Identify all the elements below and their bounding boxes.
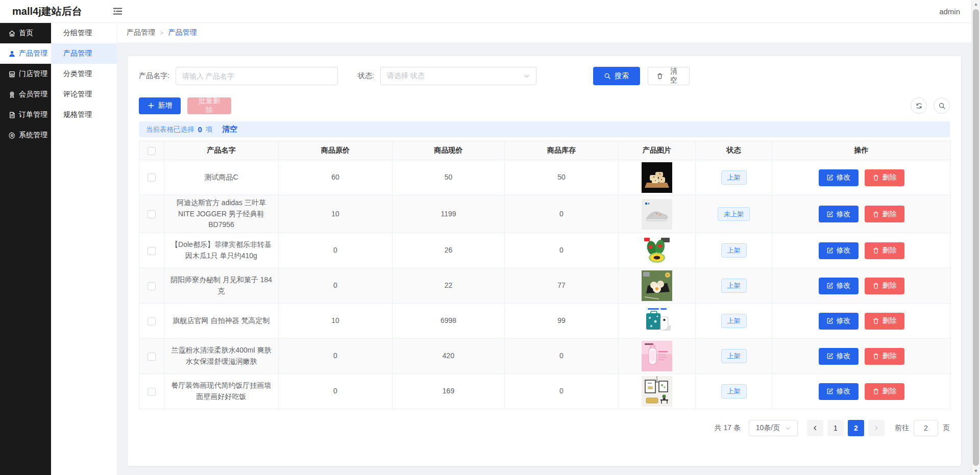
sidebar-item-首页[interactable]: 首页 [0,23,51,43]
row-checkbox[interactable] [148,317,156,326]
delete-button[interactable]: 删除 [865,278,904,294]
store-icon [8,70,16,78]
delete-button-label: 删除 [883,316,897,326]
edit-button[interactable]: 修改 [819,383,859,400]
page-button-2[interactable]: 2 [848,420,864,436]
delete-button[interactable]: 删除 [865,169,904,186]
actions-cell: 修改删除 [772,195,951,233]
status-badge: 上架 [721,170,747,185]
actions-cell: 修改删除 [772,233,951,268]
row-checkbox[interactable] [148,173,156,182]
scroll-up-icon[interactable]: ▲ [972,0,980,8]
page-size-value: 10条/页 [756,423,780,433]
row-checkbox[interactable] [148,388,156,396]
sidebar-item-系统管理[interactable]: 系统管理 [0,125,51,145]
edit-button[interactable]: 修改 [819,242,859,259]
page-size-select[interactable]: 10条/页 [749,420,798,436]
current-price-cell: 1199 [393,195,505,233]
actions-cell: 修改删除 [772,339,951,374]
delete-button[interactable]: 删除 [865,348,904,365]
page-button-1[interactable]: 1 [827,420,844,436]
search-button[interactable]: 搜索 [593,67,640,85]
submenu-item-规格管理[interactable]: 规格管理 [51,105,117,125]
row-checkbox[interactable] [148,247,156,255]
selection-suffix: 项 [206,125,213,134]
column-header-状态: 状态 [696,141,772,160]
batch-delete-button[interactable]: 批量删除 [187,97,231,114]
row-checkbox-cell [139,233,164,268]
selection-clear-link[interactable]: 清空 [222,124,237,134]
product-image [642,199,672,230]
delete-button[interactable]: 删除 [865,242,904,259]
product-name-input[interactable] [176,67,338,85]
product-image-cell [619,160,696,195]
refresh-button[interactable] [911,97,927,114]
status-select[interactable]: 请选择 状态 [380,67,536,85]
breadcrumb-separator-icon: > [160,29,164,37]
menu-fold-icon[interactable] [112,6,123,17]
product-name-cell: 【Dole都乐】菲律宾都乐非转基因木瓜1只 单只约410g [164,233,279,268]
vertical-scrollbar[interactable]: ▲ ▼ [971,0,980,475]
submenu-item-产品管理[interactable]: 产品管理 [51,43,117,64]
clear-filters-button[interactable]: 清空 [648,67,690,85]
breadcrumb: 产品管理 > 产品管理 [117,23,971,42]
current-user[interactable]: admin [939,7,960,16]
row-checkbox[interactable] [148,210,156,218]
goto-label: 前往 [895,423,909,433]
search-icon [604,72,611,80]
product-image-cell [619,374,696,409]
status-badge: 上架 [721,384,747,398]
edit-button[interactable]: 修改 [819,313,859,330]
column-search-button[interactable] [934,97,950,114]
sidebar-item-会员管理[interactable]: 会员管理 [0,84,51,105]
scrollbar-thumb[interactable] [973,9,979,466]
sidebar-item-label: 订单管理 [19,110,47,119]
submenu-item-分组管理[interactable]: 分组管理 [51,23,117,43]
goto-page-input[interactable] [914,420,938,436]
edit-button[interactable]: 修改 [819,278,859,294]
table-toolbar: 新增 批量删除 [139,97,950,114]
sidebar-item-label: 产品管理 [19,49,47,58]
layout-shell: 首页产品管理门店管理会员管理订单管理系统管理 分组管理产品管理分类管理评论管理规… [0,23,971,475]
stock-cell: 0 [505,195,619,233]
breadcrumb-item-1[interactable]: 产品管理 [127,28,155,37]
submenu-item-分类管理[interactable]: 分类管理 [51,64,117,84]
table-row: 旗舰店官网 自拍神器 梵高定制10699899上架修改删除 [139,304,951,339]
breadcrumb-item-2[interactable]: 产品管理 [168,28,197,37]
delete-button-label: 删除 [883,281,897,290]
row-checkbox[interactable] [148,282,156,290]
column-header-产品图片: 产品图片 [619,141,696,160]
edit-icon [826,211,834,218]
sidebar-item-订单管理[interactable]: 订单管理 [0,105,51,125]
delete-button[interactable]: 删除 [865,383,904,400]
scroll-down-icon[interactable]: ▼ [972,467,980,475]
delete-button-label: 删除 [883,210,897,219]
prev-page-button[interactable] [807,420,823,436]
delete-button[interactable]: 删除 [865,313,904,330]
status-cell: 上架 [696,304,772,339]
edit-button[interactable]: 修改 [819,206,859,222]
filter-row: 产品名字: 状态: 请选择 状态 搜索 清空 [139,56,950,85]
next-page-button[interactable] [868,420,885,436]
current-price-cell: 26 [393,233,505,268]
sidebar-item-产品管理[interactable]: 产品管理 [0,43,51,64]
edit-button[interactable]: 修改 [819,348,859,365]
row-checkbox[interactable] [148,353,156,361]
delete-button[interactable]: 删除 [865,206,904,222]
edit-icon [826,282,834,289]
edit-button[interactable]: 修改 [819,169,859,186]
current-price-cell: 6998 [393,304,505,339]
sidebar-item-门店管理[interactable]: 门店管理 [0,64,51,84]
add-button[interactable]: 新增 [139,97,181,114]
user-icon [8,50,16,58]
column-header-产品名字: 产品名字 [164,141,279,160]
trash-icon [872,353,879,360]
add-button-label: 新增 [158,101,173,110]
select-all-checkbox[interactable] [148,147,156,155]
submenu-item-评论管理[interactable]: 评论管理 [51,84,117,105]
app-title: mall4j建站后台 [12,5,82,18]
edit-icon [826,247,834,254]
content-area: 产品名字: 状态: 请选择 状态 搜索 清空 [117,42,971,475]
product-image-cell [619,304,696,339]
table-row: 兰蔻粉水清滢柔肤水400ml 爽肤水女保湿舒缓滋润嫩肤04200上架修改删除 [139,339,951,374]
